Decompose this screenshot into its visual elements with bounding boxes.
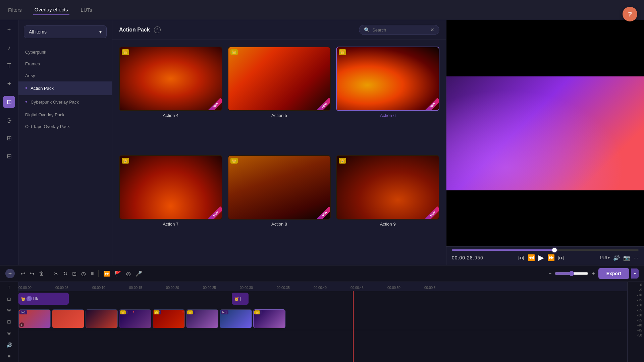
effect-item-action7[interactable]: 👑 Action 7 <box>119 155 222 258</box>
ruler-mark-0: 00:00:00 <box>18 286 32 290</box>
step-forward-button[interactable]: ⏩ <box>547 253 555 262</box>
timeline-track-icon-4[interactable]: ⊡ <box>0 316 18 327</box>
video-clip-7[interactable]: fx·1 <box>220 309 252 328</box>
ruler-mark-50: 00:00:50 <box>387 286 400 290</box>
redo-button[interactable]: ↪ <box>29 269 36 278</box>
tab-overlay-effects[interactable]: Overlay effects <box>33 5 69 15</box>
search-input[interactable] <box>372 27 428 33</box>
cut-button[interactable]: ✂ <box>53 269 60 278</box>
video-clip-4[interactable]: fx·2 ● 👑 <box>119 309 151 328</box>
zoom-slider[interactable] <box>555 271 588 276</box>
volume-button[interactable]: 🔊 <box>613 255 620 261</box>
overlay-clip-2[interactable]: 👑 ( <box>232 293 249 305</box>
timeline-track-icon-6[interactable]: 🔊 <box>0 339 18 351</box>
tab-luts[interactable]: LUTs <box>79 5 94 15</box>
crop-button[interactable]: ⊡ <box>71 269 78 278</box>
export-button[interactable]: Export <box>598 268 629 279</box>
zoom-out-button[interactable]: − <box>547 269 553 278</box>
clip-5-indicator: ● <box>182 310 184 313</box>
timeline-track-icon-1[interactable]: T <box>0 282 18 293</box>
sidebar-icon-grid[interactable]: ⊟ <box>3 150 15 162</box>
sidebar-icon-clock[interactable]: ◷ <box>3 114 15 126</box>
sidebar-icon-puzzle[interactable]: ⊞ <box>3 132 15 144</box>
timer-button[interactable]: ◷ <box>80 269 87 278</box>
video-clip-6[interactable]: fx·2 👑 <box>186 309 218 328</box>
skip-to-end-button[interactable]: ⏭ <box>558 253 564 262</box>
effect-thumb-action8[interactable]: 👑 <box>228 155 331 220</box>
timeline-track-icon-7[interactable]: ≡ <box>0 351 18 362</box>
effect-item-action4[interactable]: 👑 Action 4 <box>119 47 222 150</box>
more-options-button[interactable]: ⋯ <box>633 255 639 261</box>
delete-button[interactable]: 🗑 <box>38 269 46 278</box>
search-clear-icon[interactable]: ✕ <box>430 27 434 33</box>
all-items-dropdown[interactable]: All items ▾ <box>24 25 107 38</box>
sidebar-icon-music[interactable]: ♪ <box>3 42 15 54</box>
new-badge <box>205 94 222 110</box>
video-clip-5[interactable]: fx·2 👑 ● <box>153 309 185 328</box>
wave-label-25: -25 <box>637 308 642 312</box>
sidebar-item-cyberpunk[interactable]: Cyberpunk <box>18 46 112 58</box>
effect-thumb-action4[interactable]: 👑 <box>119 47 222 111</box>
sidebar-item-artsy[interactable]: Artsy <box>18 70 112 81</box>
aspect-ratio-button[interactable]: 16:9 ▾ <box>599 255 610 260</box>
playhead[interactable] <box>353 291 354 362</box>
overlay-clip-like[interactable]: 👑 ♡ Lik <box>18 293 69 305</box>
mic-button[interactable]: 🎤 <box>134 269 144 278</box>
snapshot-button[interactable]: 📷 <box>623 255 630 261</box>
stabilize-button[interactable]: ◎ <box>125 269 132 278</box>
timeline-track-icon-3[interactable]: 👁 <box>0 305 18 316</box>
timeline-toolbar: + ↩ ↪ 🗑 ✂ ↻ ⊡ ◷ ≡ ⏩ 🚩 ◎ 🎤 − + Export ▾ <box>0 265 644 282</box>
adjust-button[interactable]: ≡ <box>89 269 95 278</box>
sidebar-icon-add[interactable]: + <box>3 23 15 36</box>
flag-button[interactable]: 🚩 <box>113 269 123 278</box>
effect-item-action6[interactable]: 👑 Action 6 <box>336 47 439 150</box>
waveform-panel: 0 -5 -10 -15 -20 -25 -30 -35 -40 -45 -50 <box>627 282 644 362</box>
sidebar-item-frames[interactable]: Frames <box>18 58 112 70</box>
fx-badge-1: fx·1 <box>19 310 27 314</box>
video-clip-8[interactable]: fx·2 👑 <box>253 309 285 328</box>
content-header: Action Pack ? 🔍 ✕ <box>112 20 446 40</box>
tab-filters[interactable]: Filters <box>7 5 23 15</box>
progress-bar[interactable] <box>452 249 639 251</box>
preview-pane: 00:00:28.950 ⏮ ⏪ ▶ ⏩ ⏭ 16:9 ▾ 🔊 📷 ⋯ <box>446 20 644 265</box>
timeline-track-icon-2[interactable]: ⊡ <box>0 293 18 305</box>
video-clip-2[interactable] <box>52 309 84 328</box>
video-clip-3[interactable] <box>86 309 118 328</box>
help-button[interactable]: ? <box>623 7 637 21</box>
skip-to-start-button[interactable]: ⏮ <box>518 253 524 262</box>
add-track-button[interactable]: + <box>5 269 15 278</box>
crown-icon: 👑 <box>122 158 129 164</box>
play-button[interactable]: ▶ <box>538 253 544 262</box>
repeat-button[interactable]: ↻ <box>62 269 69 278</box>
step-back-button[interactable]: ⏪ <box>528 253 535 262</box>
effect-thumb-action7[interactable]: 👑 <box>119 155 222 220</box>
timeline-track-icon-5[interactable]: 👁 <box>0 328 18 339</box>
sidebar-icon-overlay[interactable]: ⊡ <box>3 96 15 108</box>
effect-item-action5[interactable]: 👑 Action 5 <box>228 47 331 150</box>
sidebar-item-action-pack[interactable]: Action Pack <box>18 81 112 95</box>
toolbar-divider-2 <box>98 270 99 277</box>
sidebar-item-old-tape[interactable]: Old Tape Overlay Pack <box>18 121 112 132</box>
effect-thumb-action6[interactable]: 👑 <box>336 47 439 111</box>
video-clip-1[interactable]: fx·1 ● <box>18 309 51 328</box>
preview-image <box>446 76 644 190</box>
preview-video <box>446 20 644 246</box>
zoom-in-button[interactable]: + <box>590 269 596 278</box>
crown-icon-2: 👑 <box>234 297 238 301</box>
main-layout: + ♪ T ✦ ⊡ ◷ ⊞ ⊟ All items ▾ Cyberpunk Fr… <box>0 20 644 265</box>
pack-help-icon[interactable]: ? <box>154 26 161 33</box>
effect-thumb-action5[interactable]: 👑 <box>228 47 331 111</box>
sidebar-icon-effects[interactable]: ✦ <box>3 78 15 90</box>
effect-thumb-action9[interactable]: 👑 <box>336 155 439 220</box>
crown-badge-8: 👑 <box>254 310 260 314</box>
effects-grid: 👑 Action 4 👑 Action 5 👑 <box>112 40 446 265</box>
speed-button[interactable]: ⏩ <box>102 269 111 278</box>
sidebar-item-cyberpunk-overlay[interactable]: Cyberpunk Overlay Pack <box>18 95 112 109</box>
effect-item-action8[interactable]: 👑 Action 8 <box>228 155 331 258</box>
effect-item-action9[interactable]: 👑 Action 9 <box>336 155 439 258</box>
undo-button[interactable]: ↩ <box>19 269 26 278</box>
sidebar-icon-text[interactable]: T <box>3 60 15 72</box>
progress-handle[interactable] <box>552 248 557 252</box>
export-dropdown-button[interactable]: ▾ <box>631 268 639 279</box>
sidebar-item-digital-overlay[interactable]: Digital Overlay Pack <box>18 109 112 121</box>
